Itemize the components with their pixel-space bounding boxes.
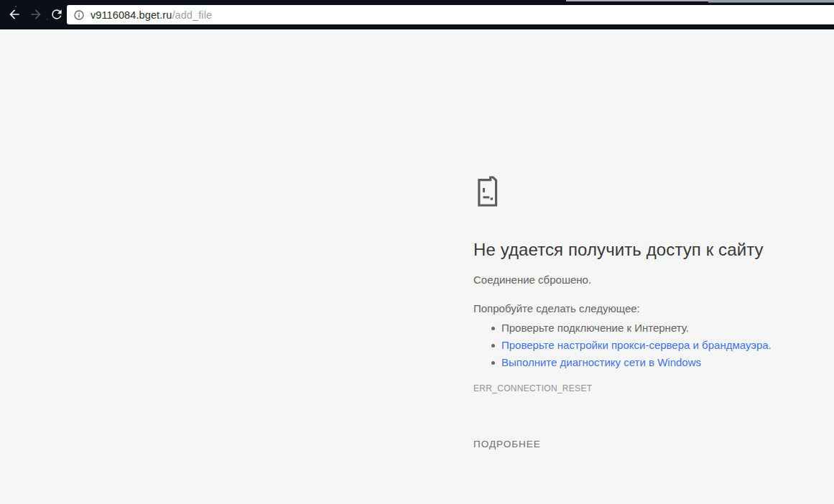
page-info-icon[interactable] <box>73 9 85 21</box>
details-button[interactable]: ПОДРОБНЕЕ <box>473 439 541 449</box>
window-top-edge-right <box>708 0 834 3</box>
suggestion-item-check-connection: Проверьте подключение к Интернету. <box>501 319 789 337</box>
url-text: v9116084.bget.ru/add_file <box>91 9 212 21</box>
url-host: v9116084.bget.ru <box>91 9 172 21</box>
error-page: Не удается получить доступ к сайту Соеди… <box>0 29 834 504</box>
forward-button[interactable] <box>27 6 45 23</box>
reload-icon <box>50 7 64 22</box>
address-bar[interactable]: v9116084.bget.ru/add_file <box>67 5 834 24</box>
browser-window: v9116084.bget.ru/add_file Не удается пол… <box>0 0 834 504</box>
suggestion-item-network-diagnostics: Выполните диагностику сети в Windows <box>501 354 789 371</box>
network-diagnostics-link[interactable]: Выполните диагностику сети в Windows <box>501 356 701 368</box>
reload-button[interactable] <box>48 6 65 23</box>
error-subtitle: Соединение сброшено. <box>473 273 789 287</box>
suggestions-header: Попробуйте сделать следующее: <box>473 302 789 316</box>
browser-toolbar: v9116084.bget.ru/add_file <box>0 0 834 29</box>
error-title: Не удается получить доступ к сайту <box>473 238 789 261</box>
suggestions-list: Проверьте подключение к Интернету. Прове… <box>473 319 789 371</box>
broken-page-icon <box>473 174 501 207</box>
forward-arrow-icon <box>29 7 43 22</box>
back-button[interactable] <box>6 6 23 23</box>
error-code: ERR_CONNECTION_RESET <box>473 383 789 393</box>
url-path: /add_file <box>172 9 212 21</box>
window-top-edge <box>566 0 710 1</box>
suggestion-text: Проверьте подключение к Интернету. <box>501 322 689 334</box>
back-arrow-icon <box>7 7 22 22</box>
suggestion-item-proxy-firewall: Проверьте настройки прокси-сервера и бра… <box>501 337 789 354</box>
error-content: Не удается получить доступ к сайту Соеди… <box>473 174 789 450</box>
proxy-settings-link[interactable]: Проверьте настройки прокси-сервера и бра… <box>501 339 772 351</box>
